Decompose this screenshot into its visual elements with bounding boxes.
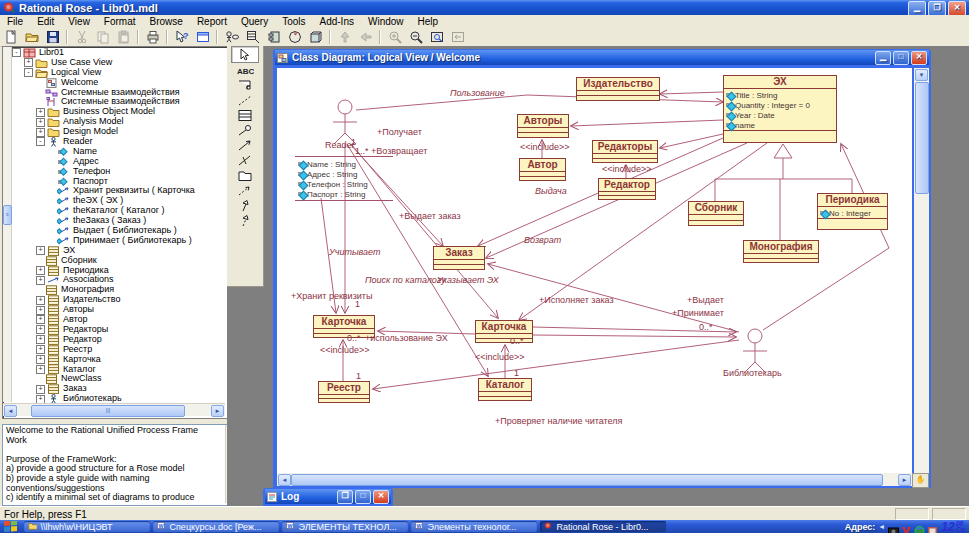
tree-item[interactable]: +Analysis Model (12, 117, 226, 127)
palette-text-tool[interactable]: ABC (232, 63, 258, 78)
start-button[interactable] (0, 521, 22, 533)
expand-icon[interactable]: + (24, 58, 33, 67)
tree-item[interactable]: +Use Case View (12, 58, 226, 68)
tree-item[interactable]: +Авторы (12, 305, 226, 315)
class-box[interactable]: Сборник (688, 201, 744, 226)
diagram-hscroll-thumb[interactable] (291, 474, 883, 486)
collapse-icon[interactable]: - (36, 137, 45, 146)
tree-item[interactable]: Name (12, 147, 226, 157)
tree-vertical-scrollbar[interactable]: ≡ (3, 47, 12, 402)
class-box[interactable]: ПериодикаNo : Integer (817, 193, 888, 230)
scroll-right-arrow[interactable]: ► (211, 405, 224, 417)
menu-edit[interactable]: Edit (30, 15, 61, 28)
scroll-right-arrow[interactable]: ► (898, 474, 911, 486)
toolbar-browse-deployment-diagram-button[interactable] (306, 29, 325, 45)
log-maximize-button[interactable]: □ (355, 490, 371, 504)
tree-item[interactable]: +Периодика (12, 266, 226, 276)
log-restore-button[interactable]: ❐ (337, 490, 353, 504)
palette-note-tool[interactable] (232, 78, 258, 93)
pan-hand-button[interactable]: ✋ (912, 473, 929, 488)
menu-browse[interactable]: Browse (143, 15, 190, 28)
tree-horizontal-scrollbar[interactable]: ◄ ||| ► (3, 403, 225, 416)
tree-item[interactable]: Принимает ( Библиотекарь ) (12, 236, 226, 246)
tree-item[interactable]: Телефон (12, 167, 226, 177)
taskbar-button[interactable]: WСпецкурсы.doc [Реж... (153, 521, 279, 532)
expand-icon[interactable]: + (36, 296, 45, 305)
collapse-icon[interactable]: - (24, 68, 33, 77)
class-box[interactable]: Авторы (517, 114, 569, 138)
documentation-text[interactable]: Welcome to the Rational Unified Process … (6, 426, 221, 502)
tree-item[interactable]: Сборник (12, 256, 226, 266)
tree-item[interactable]: +Карточка (12, 355, 226, 365)
palette-dependency-tool[interactable] (232, 183, 258, 198)
palette-interface-tool[interactable] (232, 123, 258, 138)
expand-icon[interactable]: + (36, 108, 45, 117)
menu-addins[interactable]: Add-Ins (313, 15, 361, 28)
restore-button[interactable]: ❐ (928, 1, 946, 16)
expand-icon[interactable]: + (36, 365, 45, 374)
menu-help[interactable]: Help (411, 15, 446, 28)
toolbar-new-button[interactable] (1, 29, 20, 45)
sphere-tray-icon[interactable] (914, 522, 925, 532)
tree-item[interactable]: +Design Model (12, 127, 226, 137)
tree-item[interactable]: +Автор (12, 315, 226, 325)
palette-class-tool[interactable] (232, 108, 258, 123)
expand-icon[interactable]: + (36, 325, 45, 334)
diagram-vscroll-thumb[interactable] (915, 82, 929, 194)
class-box[interactable]: Реестр (318, 381, 370, 403)
toolbar-zoom-out-button[interactable] (406, 29, 425, 45)
expand-icon[interactable]: + (36, 266, 45, 275)
menu-report[interactable]: Report (190, 15, 234, 28)
menu-format[interactable]: Format (97, 15, 143, 28)
taskbar-button[interactable]: WЭлементы технолог... (411, 521, 537, 532)
scroll-down-arrow[interactable]: ▼ (915, 69, 928, 81)
expand-icon[interactable]: + (36, 385, 45, 394)
class-box[interactable]: Карточка (475, 320, 533, 343)
diagram-titlebar[interactable]: Class Diagram: Logical View / Welcome ▁ … (275, 50, 929, 65)
close-button[interactable]: ✕ (948, 1, 966, 16)
log-close-button[interactable]: ✕ (373, 490, 389, 504)
expand-icon[interactable]: + (36, 246, 45, 255)
collapse-icon[interactable]: - (12, 48, 21, 57)
class-box[interactable]: ЭХTitle : StringQuantity : Integer = 0Ye… (723, 75, 837, 143)
tree-item[interactable]: -Logical View (12, 68, 226, 78)
expand-icon[interactable]: + (36, 276, 45, 285)
tree-item[interactable]: -Libr01 (12, 48, 226, 58)
toolbar-browse-documentation-button[interactable] (193, 29, 212, 45)
toolbar-save-button[interactable] (43, 29, 62, 45)
toolbar-browse-component-diagram-button[interactable] (264, 29, 283, 45)
tree-item[interactable]: +Редактор (12, 335, 226, 345)
toolbar-open-button[interactable] (22, 29, 41, 45)
tree-item[interactable]: NewClass (12, 374, 226, 384)
tree-hscroll-thumb[interactable]: ||| (31, 405, 185, 417)
palette-pointer-tool[interactable] (231, 46, 259, 63)
class-box[interactable]: Автор (519, 158, 566, 181)
taskbar-button[interactable]: Rational Rose - Libr0... (540, 521, 666, 532)
tree-item[interactable]: Адрес (12, 157, 226, 167)
tree-item[interactable]: +ЭХ (12, 246, 226, 256)
class-box[interactable]: Редакторы (592, 140, 658, 163)
diagram-maximize-button[interactable]: □ (893, 51, 909, 65)
diagram-canvas[interactable]: ИздательствоЭХTitle : StringQuantity : I… (277, 68, 912, 473)
toolbar-fit-in-window-button[interactable] (427, 29, 446, 45)
palette-generalization-tool[interactable] (232, 198, 258, 213)
chevron-left-icon[interactable]: ◄ (878, 523, 885, 530)
log-titlebar[interactable]: Log ❐ □ ✕ (265, 489, 391, 504)
toolbar-browse-class-diagram-button[interactable] (243, 29, 262, 45)
palette-anchor-note-tool[interactable] (232, 93, 258, 108)
menu-query[interactable]: Query (234, 15, 275, 28)
taskbar-button[interactable]: WЭЛЕМЕНТЫ ТЕХНОЛ... (282, 521, 408, 532)
tree-item[interactable]: +Associations (12, 275, 226, 285)
palette-association-class-tool[interactable] (232, 153, 258, 168)
toolbar-browse-use-case-diagram-button[interactable] (222, 29, 241, 45)
menu-view[interactable]: View (61, 15, 97, 28)
menu-window[interactable]: Window (361, 15, 411, 28)
menu-file[interactable]: File (0, 15, 30, 28)
tree-item[interactable]: +Библиотекарь (12, 394, 226, 403)
palette-realize-tool[interactable] (232, 213, 258, 228)
camera-tray-icon[interactable] (888, 522, 899, 532)
tree-item[interactable]: +Издательство (12, 295, 226, 305)
toolbar-print-button[interactable] (143, 29, 162, 45)
expand-icon[interactable]: + (36, 118, 45, 127)
expand-icon[interactable]: + (36, 395, 45, 403)
